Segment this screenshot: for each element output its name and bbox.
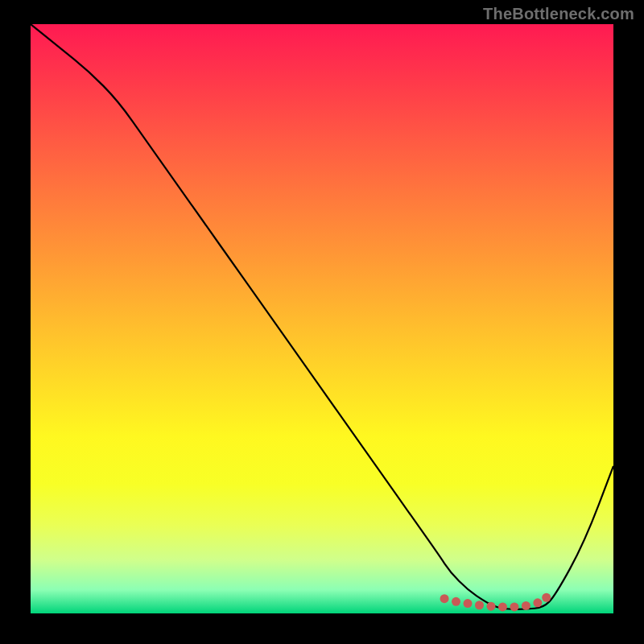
plateau-dot [542, 593, 551, 602]
plateau-dot [486, 602, 495, 611]
plateau-dot [510, 602, 518, 611]
plateau-dot [498, 602, 507, 611]
plateau-dot [475, 601, 484, 609]
plateau-dot [464, 599, 473, 608]
plateau-dot [440, 594, 449, 603]
plateau-dot [533, 598, 542, 607]
plateau-dot [522, 601, 530, 610]
bottleneck-curve [31, 24, 613, 609]
chart-container: TheBottleneck.com [0, 0, 644, 644]
plateau-dot [452, 597, 460, 606]
watermark-text: TheBottleneck.com [483, 5, 634, 23]
plot-area [31, 24, 613, 613]
curve-svg [31, 24, 613, 613]
